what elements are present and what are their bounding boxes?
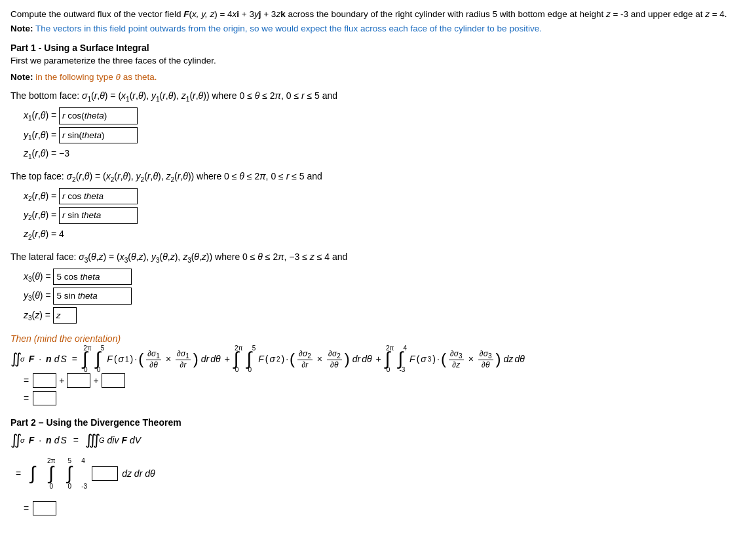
z2-line: z2(r,θ) = 4 xyxy=(24,227,731,243)
integrals-grid: 2π 5 ∫ ∫ ∫ 0 0 xyxy=(24,455,79,492)
x2-line: x2(r,θ) = r cos theta xyxy=(24,188,731,205)
result3-input[interactable] xyxy=(102,373,125,388)
part1-subtitle: First we parameterize the three faces of… xyxy=(10,56,731,65)
int4-icon: ∫ 5 0 xyxy=(247,350,252,368)
part2-result-input[interactable] xyxy=(33,501,56,515)
problem-note: Note: The vectors in this field point ou… xyxy=(10,24,731,33)
problem-statement: Compute the outward flux of the vector f… xyxy=(10,8,731,21)
lateral-face-label: The lateral face: σ3(θ,z) = (x3(θ,z), y3… xyxy=(10,250,731,266)
then-orientation-label: Then (mind the orientation) xyxy=(10,331,731,346)
stacked-integrals: 2π 5 ∫ ∫ ∫ 0 0 4 -3 xyxy=(24,455,90,492)
y1-line: y1(r,θ) = r sin(theta) xyxy=(24,127,731,144)
surface-integral-eq: ∬ σ F · n dS = ∫ 2π 0 ∫ 5 0 F(σ1) · ( ∂σ… xyxy=(10,349,731,369)
int-r-icon: ∫ xyxy=(60,464,79,483)
x3-line: x3(θ) = 5 cos theta xyxy=(24,269,731,286)
result-final-line: = xyxy=(24,391,731,405)
note-label: Note: xyxy=(10,24,33,33)
result-final-input[interactable] xyxy=(33,391,56,405)
y2-line: y2(r,θ) = r sin theta xyxy=(24,207,731,224)
x3-input[interactable]: 5 cos theta xyxy=(53,269,132,286)
divergence-theorem-eq: ∬ σ F · n dS = ∭ G div F dV xyxy=(10,432,731,449)
int5-icon: ∫ 2π 0 xyxy=(385,350,390,368)
page-container: Compute the outward flux of the vector f… xyxy=(10,8,731,515)
bottom-face-label: The bottom face: σ1(r,θ) = (x1(r,θ), y1(… xyxy=(10,88,731,105)
integrand-input[interactable] xyxy=(92,466,118,481)
part2-result-line: = xyxy=(24,501,731,515)
result-sum-line: = + + xyxy=(24,373,731,388)
z1-line: z1(r,θ) = −3 xyxy=(24,146,731,162)
part2-title: Part 2 – Using the Divergence Theorem xyxy=(10,417,731,428)
y2-input[interactable]: r sin theta xyxy=(59,207,138,224)
x2-input[interactable]: r cos theta xyxy=(59,188,138,205)
int1-icon: ∫ 2π 0 xyxy=(83,350,88,368)
y3-input[interactable]: 5 sin theta xyxy=(53,288,132,305)
y3-line: y3(θ) = 5 sin theta xyxy=(24,288,731,305)
z3-line: z3(z) = z xyxy=(24,307,731,324)
int6-icon: ∫ 4 -3 xyxy=(398,350,403,368)
result1-input[interactable] xyxy=(33,373,56,388)
int2-icon: ∫ 5 0 xyxy=(96,350,101,368)
part1-title: Part 1 - Using a Surface Integral xyxy=(10,43,731,53)
x1-line: x1(r,θ) = r cos(theta) xyxy=(24,107,731,124)
x1-input[interactable]: r cos(theta) xyxy=(59,107,138,124)
y1-input[interactable]: r sin(theta) xyxy=(59,127,138,144)
int-theta-icon: ∫ xyxy=(42,464,60,483)
triple-integral-expanded: = 2π 5 ∫ ∫ ∫ 0 0 4 -3 xyxy=(16,455,731,492)
int-z-icon: ∫ xyxy=(24,464,42,483)
int3-icon: ∫ 2π 0 xyxy=(234,350,239,368)
note-theta: Note: in the following type θ as theta. xyxy=(10,72,731,82)
triple-integral-icon: ∭ xyxy=(85,432,100,449)
top-face-label: The top face: σ2(r,θ) = (x2(r,θ), y2(r,θ… xyxy=(10,169,731,185)
result2-input[interactable] xyxy=(67,373,90,388)
z3-input[interactable]: z xyxy=(53,307,77,324)
